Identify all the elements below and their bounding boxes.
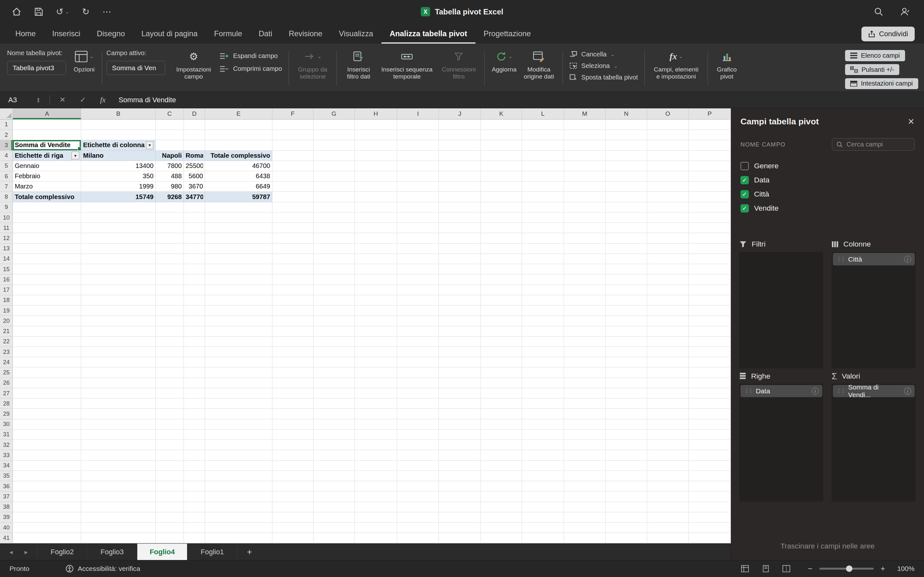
row-header[interactable]: 38 [0,502,13,512]
cell-H29[interactable] [355,409,397,419]
cell-H24[interactable] [355,357,397,367]
cell-C6[interactable]: 488 [156,171,184,181]
cell-H20[interactable] [355,316,397,326]
cell-L15[interactable] [522,264,564,274]
cell-M20[interactable] [564,316,606,326]
cell-D13[interactable] [184,243,205,254]
cell-K18[interactable] [481,295,522,306]
cell-G41[interactable] [313,533,355,543]
cell-P1[interactable] [689,119,730,130]
cell-L32[interactable] [522,440,564,450]
cell-O21[interactable] [647,326,689,337]
search-icon[interactable] [874,7,883,16]
cell-L40[interactable] [522,522,564,533]
column-header[interactable]: M [564,108,606,119]
column-header[interactable]: B [81,108,155,119]
cell-M3[interactable] [564,140,606,150]
cell-N34[interactable] [606,461,647,471]
cell-N10[interactable] [606,213,647,223]
sheet-tab-foglio3[interactable]: Foglio3 [87,544,137,560]
cell-G34[interactable] [313,461,355,471]
row-header[interactable]: 15 [0,264,13,274]
cell-P40[interactable] [689,522,730,533]
cell-B8[interactable]: 15749 [81,192,155,202]
cell-C11[interactable] [156,223,184,233]
cell-O20[interactable] [647,316,689,326]
fields-items-settings-button[interactable]: fx⌄ Campi, elementi e impostazioni [649,47,703,89]
cell-M31[interactable] [564,430,606,440]
cell-G7[interactable] [313,181,355,192]
cell-G25[interactable] [313,367,355,378]
cell-L5[interactable] [522,161,564,171]
cell-K36[interactable] [481,481,522,492]
cell-H6[interactable] [355,171,397,181]
ribbon-tab[interactable]: Progettazione [475,23,540,43]
cell-B3[interactable]: Etichette di colonna▾ [81,140,155,150]
cell-A36[interactable] [13,481,81,492]
cell-H28[interactable] [355,398,397,409]
column-header[interactable]: D [184,108,205,119]
cell-I5[interactable] [397,161,439,171]
cell-D37[interactable] [184,492,205,502]
cell-C25[interactable] [156,367,184,378]
cell-J31[interactable] [439,430,481,440]
cell-F3[interactable] [272,140,314,150]
cell-L41[interactable] [522,533,564,543]
cell-L37[interactable] [522,492,564,502]
cell-G24[interactable] [313,357,355,367]
cell-I34[interactable] [397,461,439,471]
cell-F25[interactable] [272,367,314,378]
cell-K8[interactable] [481,192,522,202]
cell-G22[interactable] [313,337,355,347]
cell-L12[interactable] [522,233,564,243]
cell-M10[interactable] [564,213,606,223]
cell-C8[interactable]: 9268 [156,192,184,202]
row-header[interactable]: 40 [0,522,13,533]
cell-C30[interactable] [156,419,184,430]
area-chip[interactable]: ⋮⋮Somma di Vendi...i [833,385,915,398]
cell-M34[interactable] [564,461,606,471]
cell-I30[interactable] [397,419,439,430]
column-header[interactable]: L [522,108,564,119]
cell-B39[interactable] [81,512,155,522]
cell-M39[interactable] [564,512,606,522]
cell-G29[interactable] [313,409,355,419]
cell-H33[interactable] [355,450,397,460]
cell-I24[interactable] [397,357,439,367]
cell-D32[interactable] [184,440,205,450]
cell-J37[interactable] [439,492,481,502]
cell-G37[interactable] [313,492,355,502]
cell-P29[interactable] [689,409,730,419]
cell-J12[interactable] [439,233,481,243]
cell-E6[interactable]: 6438 [205,171,272,181]
cell-D29[interactable] [184,409,205,419]
cell-N27[interactable] [606,388,647,398]
cell-A37[interactable] [13,492,81,502]
cell-B6[interactable]: 350 [81,171,155,181]
cell-E39[interactable] [205,512,272,522]
cell-J40[interactable] [439,522,481,533]
cell-H26[interactable] [355,378,397,388]
cell-H9[interactable] [355,202,397,213]
column-header[interactable]: N [606,108,647,119]
account-icon[interactable] [900,7,910,16]
cell-K38[interactable] [481,502,522,512]
cell-M29[interactable] [564,409,606,419]
cell-F28[interactable] [272,398,314,409]
cell-M19[interactable] [564,306,606,316]
cell-J18[interactable] [439,295,481,306]
cell-G3[interactable] [313,140,355,150]
cell-K11[interactable] [481,223,522,233]
cell-E37[interactable] [205,492,272,502]
cell-H4[interactable] [355,151,397,161]
cell-I18[interactable] [397,295,439,306]
cell-L17[interactable] [522,285,564,295]
cell-K28[interactable] [481,398,522,409]
cancel-entry-icon[interactable]: ✕ [59,95,65,104]
cell-M16[interactable] [564,274,606,285]
cell-K5[interactable] [481,161,522,171]
cell-M32[interactable] [564,440,606,450]
cell-J20[interactable] [439,316,481,326]
cell-P41[interactable] [689,533,730,543]
cell-K31[interactable] [481,430,522,440]
